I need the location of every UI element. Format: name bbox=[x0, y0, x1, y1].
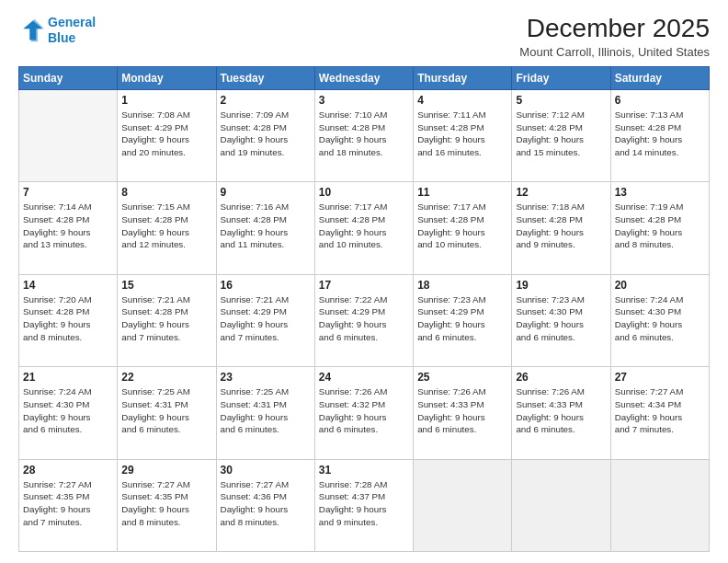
calendar-cell: 17Sunrise: 7:22 AMSunset: 4:29 PMDayligh… bbox=[314, 274, 413, 366]
calendar-cell: 24Sunrise: 7:26 AMSunset: 4:32 PMDayligh… bbox=[314, 367, 413, 459]
logo-icon bbox=[18, 17, 44, 43]
day-info: Sunrise: 7:26 AMSunset: 4:32 PMDaylight:… bbox=[319, 385, 409, 436]
calendar-cell: 18Sunrise: 7:23 AMSunset: 4:29 PMDayligh… bbox=[414, 274, 512, 366]
day-info: Sunrise: 7:25 AMSunset: 4:31 PMDaylight:… bbox=[121, 385, 211, 436]
calendar-cell: 11Sunrise: 7:17 AMSunset: 4:28 PMDayligh… bbox=[414, 182, 512, 274]
day-info: Sunrise: 7:25 AMSunset: 4:31 PMDaylight:… bbox=[221, 385, 311, 436]
calendar-cell: 1Sunrise: 7:08 AMSunset: 4:29 PMDaylight… bbox=[118, 89, 216, 181]
day-number: 28 bbox=[23, 464, 113, 477]
calendar-cell bbox=[19, 89, 118, 181]
day-number: 27 bbox=[615, 371, 705, 384]
day-info: Sunrise: 7:24 AMSunset: 4:30 PMDaylight:… bbox=[23, 385, 113, 436]
day-info: Sunrise: 7:28 AMSunset: 4:37 PMDaylight:… bbox=[319, 478, 409, 529]
day-number: 21 bbox=[23, 371, 113, 384]
calendar-cell: 13Sunrise: 7:19 AMSunset: 4:28 PMDayligh… bbox=[610, 182, 709, 274]
day-number: 20 bbox=[615, 279, 705, 292]
header-row: Sunday Monday Tuesday Wednesday Thursday… bbox=[19, 66, 710, 89]
calendar-cell bbox=[610, 459, 709, 551]
day-info: Sunrise: 7:14 AMSunset: 4:28 PMDaylight:… bbox=[23, 201, 113, 251]
calendar-cell: 20Sunrise: 7:24 AMSunset: 4:30 PMDayligh… bbox=[610, 274, 709, 366]
calendar-cell: 14Sunrise: 7:20 AMSunset: 4:28 PMDayligh… bbox=[19, 274, 118, 366]
week-row-5: 28Sunrise: 7:27 AMSunset: 4:35 PMDayligh… bbox=[19, 459, 710, 551]
logo-line1: General bbox=[48, 15, 96, 29]
calendar-cell: 6Sunrise: 7:13 AMSunset: 4:28 PMDaylight… bbox=[610, 89, 709, 181]
calendar-cell: 23Sunrise: 7:25 AMSunset: 4:31 PMDayligh… bbox=[216, 367, 314, 459]
day-number: 11 bbox=[417, 186, 507, 199]
page: General Blue December 2025 Mount Carroll… bbox=[0, 0, 728, 563]
week-row-3: 14Sunrise: 7:20 AMSunset: 4:28 PMDayligh… bbox=[19, 274, 710, 366]
day-number: 30 bbox=[221, 464, 311, 477]
logo-line2: Blue bbox=[48, 30, 75, 45]
day-info: Sunrise: 7:19 AMSunset: 4:28 PMDaylight:… bbox=[615, 201, 705, 251]
day-info: Sunrise: 7:24 AMSunset: 4:30 PMDaylight:… bbox=[615, 293, 705, 344]
col-friday: Friday bbox=[512, 66, 610, 89]
day-info: Sunrise: 7:17 AMSunset: 4:28 PMDaylight:… bbox=[417, 201, 507, 251]
col-tuesday: Tuesday bbox=[216, 66, 314, 89]
day-info: Sunrise: 7:23 AMSunset: 4:30 PMDaylight:… bbox=[516, 293, 606, 344]
calendar-cell: 26Sunrise: 7:26 AMSunset: 4:33 PMDayligh… bbox=[512, 367, 610, 459]
calendar-cell: 30Sunrise: 7:27 AMSunset: 4:36 PMDayligh… bbox=[216, 459, 314, 551]
day-info: Sunrise: 7:22 AMSunset: 4:29 PMDaylight:… bbox=[319, 293, 409, 344]
day-number: 16 bbox=[221, 279, 311, 292]
col-thursday: Thursday bbox=[414, 66, 512, 89]
day-number: 3 bbox=[319, 94, 409, 107]
day-number: 19 bbox=[516, 279, 606, 292]
day-info: Sunrise: 7:13 AMSunset: 4:28 PMDaylight:… bbox=[615, 109, 705, 159]
day-number: 17 bbox=[319, 279, 409, 292]
day-number: 31 bbox=[319, 464, 409, 477]
calendar-cell: 25Sunrise: 7:26 AMSunset: 4:33 PMDayligh… bbox=[414, 367, 512, 459]
logo-text: General Blue bbox=[48, 15, 96, 46]
day-number: 6 bbox=[615, 94, 705, 107]
col-saturday: Saturday bbox=[610, 66, 709, 89]
day-number: 4 bbox=[417, 94, 507, 107]
calendar-cell: 15Sunrise: 7:21 AMSunset: 4:28 PMDayligh… bbox=[118, 274, 216, 366]
day-info: Sunrise: 7:20 AMSunset: 4:28 PMDaylight:… bbox=[23, 293, 113, 344]
week-row-4: 21Sunrise: 7:24 AMSunset: 4:30 PMDayligh… bbox=[19, 367, 710, 459]
col-sunday: Sunday bbox=[19, 66, 118, 89]
day-info: Sunrise: 7:27 AMSunset: 4:34 PMDaylight:… bbox=[615, 385, 705, 436]
calendar-cell: 8Sunrise: 7:15 AMSunset: 4:28 PMDaylight… bbox=[118, 182, 216, 274]
calendar-cell: 5Sunrise: 7:12 AMSunset: 4:28 PMDaylight… bbox=[512, 89, 610, 181]
day-info: Sunrise: 7:10 AMSunset: 4:28 PMDaylight:… bbox=[319, 109, 409, 159]
day-info: Sunrise: 7:26 AMSunset: 4:33 PMDaylight:… bbox=[417, 385, 507, 436]
day-info: Sunrise: 7:26 AMSunset: 4:33 PMDaylight:… bbox=[516, 385, 606, 436]
day-info: Sunrise: 7:11 AMSunset: 4:28 PMDaylight:… bbox=[417, 109, 507, 159]
calendar-cell bbox=[414, 459, 512, 551]
calendar-cell: 19Sunrise: 7:23 AMSunset: 4:30 PMDayligh… bbox=[512, 274, 610, 366]
day-number: 15 bbox=[121, 279, 211, 292]
day-info: Sunrise: 7:23 AMSunset: 4:29 PMDaylight:… bbox=[417, 293, 507, 344]
calendar-body: 1Sunrise: 7:08 AMSunset: 4:29 PMDaylight… bbox=[19, 89, 710, 551]
day-number: 5 bbox=[516, 94, 606, 107]
day-info: Sunrise: 7:27 AMSunset: 4:35 PMDaylight:… bbox=[121, 478, 211, 529]
day-number: 10 bbox=[319, 186, 409, 199]
day-number: 9 bbox=[221, 186, 311, 199]
day-number: 24 bbox=[319, 371, 409, 384]
calendar-cell: 2Sunrise: 7:09 AMSunset: 4:28 PMDaylight… bbox=[216, 89, 314, 181]
day-info: Sunrise: 7:12 AMSunset: 4:28 PMDaylight:… bbox=[516, 109, 606, 159]
day-number: 25 bbox=[417, 371, 507, 384]
day-info: Sunrise: 7:16 AMSunset: 4:28 PMDaylight:… bbox=[221, 201, 311, 251]
calendar-cell: 27Sunrise: 7:27 AMSunset: 4:34 PMDayligh… bbox=[610, 367, 709, 459]
calendar-cell: 22Sunrise: 7:25 AMSunset: 4:31 PMDayligh… bbox=[118, 367, 216, 459]
day-info: Sunrise: 7:27 AMSunset: 4:35 PMDaylight:… bbox=[23, 478, 113, 529]
calendar-cell: 10Sunrise: 7:17 AMSunset: 4:28 PMDayligh… bbox=[314, 182, 413, 274]
calendar-cell: 21Sunrise: 7:24 AMSunset: 4:30 PMDayligh… bbox=[19, 367, 118, 459]
calendar-cell: 7Sunrise: 7:14 AMSunset: 4:28 PMDaylight… bbox=[19, 182, 118, 274]
calendar-cell: 3Sunrise: 7:10 AMSunset: 4:28 PMDaylight… bbox=[314, 89, 413, 181]
day-number: 2 bbox=[221, 94, 311, 107]
day-info: Sunrise: 7:17 AMSunset: 4:28 PMDaylight:… bbox=[319, 201, 409, 251]
day-number: 7 bbox=[23, 186, 113, 199]
day-info: Sunrise: 7:21 AMSunset: 4:28 PMDaylight:… bbox=[121, 293, 211, 344]
day-number: 18 bbox=[417, 279, 507, 292]
day-info: Sunrise: 7:08 AMSunset: 4:29 PMDaylight:… bbox=[121, 109, 211, 159]
logo: General Blue bbox=[18, 15, 96, 46]
calendar-cell: 4Sunrise: 7:11 AMSunset: 4:28 PMDaylight… bbox=[414, 89, 512, 181]
day-number: 23 bbox=[221, 371, 311, 384]
calendar-cell: 31Sunrise: 7:28 AMSunset: 4:37 PMDayligh… bbox=[314, 459, 413, 551]
day-number: 26 bbox=[516, 371, 606, 384]
day-number: 29 bbox=[121, 464, 211, 477]
day-number: 14 bbox=[23, 279, 113, 292]
main-title: December 2025 bbox=[519, 15, 710, 43]
subtitle: Mount Carroll, Illinois, United States bbox=[519, 45, 710, 59]
calendar-table: Sunday Monday Tuesday Wednesday Thursday… bbox=[18, 66, 710, 552]
